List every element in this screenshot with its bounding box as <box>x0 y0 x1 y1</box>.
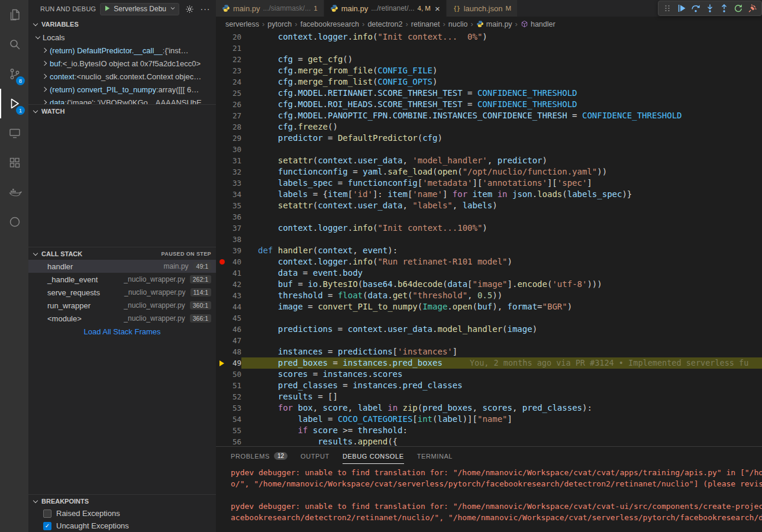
line-number[interactable]: 53 <box>228 402 241 414</box>
breadcrumb-item[interactable]: pytorch <box>267 20 292 28</box>
line-number[interactable]: 30 <box>228 144 241 155</box>
step-over-button[interactable] <box>689 1 703 15</box>
step-out-button[interactable] <box>717 1 731 15</box>
breadcrumb-item[interactable]: detectron2 <box>367 20 402 28</box>
call-stack-frame[interactable]: handlermain.py49:1 <box>28 260 216 273</box>
line-number[interactable]: 36 <box>228 211 241 223</box>
load-all-stack-frames-link[interactable]: Load All Stack Frames <box>28 325 216 338</box>
variable-row[interactable]: context: <nuclio_sdk.context.Context obj… <box>28 70 216 83</box>
code-line[interactable]: 29 predictor = DefaultPredictor(cfg) <box>216 133 762 144</box>
panel-tab-problems[interactable]: PROBLEMS12 <box>231 447 288 464</box>
code-line[interactable]: 43 threshold = float(data.get("threshold… <box>216 290 762 301</box>
code-line[interactable]: 40 context.logger.info("Run retinanet-R1… <box>216 256 762 267</box>
editor-tab[interactable]: main.py.../retinanet/...4, M× <box>324 0 447 17</box>
variable-row[interactable]: (return) convert_PIL_to_numpy: array([[[… <box>28 83 216 96</box>
breakpoint-icon[interactable] <box>216 259 228 265</box>
line-number[interactable]: 35 <box>228 200 241 211</box>
code-line[interactable]: 37 context.logger.info("Init context...1… <box>216 223 762 234</box>
code-editor[interactable]: 20 context.logger.info("Init context... … <box>216 31 762 446</box>
line-number[interactable]: 56 <box>228 436 241 446</box>
code-line[interactable]: 38 <box>216 234 762 245</box>
line-number[interactable]: 21 <box>228 43 241 54</box>
code-line[interactable]: 20 context.logger.info("Init context... … <box>216 31 762 43</box>
call-stack-section-header[interactable]: CALL STACK PAUSED ON STEP <box>28 247 216 260</box>
line-number[interactable]: 37 <box>228 223 241 234</box>
code-line[interactable]: 46 predictions = context.user_data.model… <box>216 324 762 335</box>
code-line[interactable]: 39def handler(context, event): <box>216 245 762 256</box>
line-number[interactable]: 54 <box>228 414 241 425</box>
panel-tab-output[interactable]: OUTPUT <box>301 448 330 464</box>
breakpoint-checkbox[interactable]: ✓ <box>43 522 51 530</box>
call-stack-frame[interactable]: run_wrapper_nuclio_wrapper.py360:1 <box>28 299 216 312</box>
line-number[interactable]: 32 <box>228 166 241 178</box>
breakpoints-section-header[interactable]: BREAKPOINTS <box>28 494 216 507</box>
code-line[interactable]: 32 functionconfig = yaml.safe_load(open(… <box>216 166 762 178</box>
line-number[interactable]: 44 <box>228 301 241 312</box>
line-number[interactable]: 31 <box>228 155 241 166</box>
code-line[interactable]: 34 labels = {item['id']: item['name'] fo… <box>216 189 762 200</box>
launch-config-select[interactable]: Serverless Debu <box>100 3 179 15</box>
line-number[interactable]: 23 <box>228 65 241 76</box>
code-line[interactable]: 50 scores = instances.scores <box>216 369 762 380</box>
line-number[interactable]: 48 <box>228 346 241 357</box>
line-number[interactable]: 24 <box>228 76 241 88</box>
breakpoint-row[interactable]: ✓Uncaught Exceptions <box>28 520 216 532</box>
gear-icon[interactable] <box>183 3 195 15</box>
breadcrumb-item[interactable]: handler <box>521 20 556 28</box>
breadcrumb-item[interactable]: serverless <box>225 20 259 28</box>
line-number[interactable]: 45 <box>228 312 241 324</box>
drag-grip-handle[interactable] <box>660 1 674 15</box>
line-number[interactable]: 51 <box>228 380 241 391</box>
debug-current-line-arrow-icon[interactable] <box>216 360 228 366</box>
line-number[interactable]: 47 <box>228 335 241 346</box>
activity-item-explorer[interactable] <box>0 0 28 30</box>
activity-item-docker[interactable] <box>0 178 28 207</box>
debug-console-output[interactable]: pydev debugger: unable to find translati… <box>216 465 762 532</box>
code-line[interactable]: 55 if score >= threshold: <box>216 425 762 436</box>
continue-button[interactable] <box>674 1 689 15</box>
breadcrumb-item[interactable]: facebookresearch <box>301 20 359 28</box>
breadcrumb-item[interactable]: nuclio <box>448 20 468 28</box>
breakpoint-checkbox[interactable] <box>43 510 51 518</box>
code-line[interactable]: 22 cfg = get_cfg() <box>216 54 762 65</box>
line-number[interactable]: 29 <box>228 133 241 144</box>
line-number[interactable]: 22 <box>228 54 241 65</box>
variable-row[interactable]: data: {'image': 'iVBORw0KGo…AAAANSUhE… <box>28 96 216 104</box>
code-line[interactable]: 23 cfg.merge_from_file(CONFIG_FILE) <box>216 65 762 76</box>
line-number[interactable]: 43 <box>228 290 241 301</box>
code-line[interactable]: 54 label = COCO_CATEGORIES[int(label)]["… <box>216 414 762 425</box>
editor-tab[interactable]: main.py.../siammask/...1 <box>216 0 324 17</box>
code-line[interactable]: 49 pred_boxes = instances.pred_boxesYou,… <box>216 357 762 369</box>
panel-tab-debug-console[interactable]: DEBUG CONSOLE <box>343 448 404 464</box>
code-line[interactable]: 47 <box>216 335 762 346</box>
restart-button[interactable] <box>731 1 745 15</box>
close-icon[interactable]: × <box>435 4 440 13</box>
call-stack-frame[interactable]: _handle_event_nuclio_wrapper.py262:1 <box>28 273 216 286</box>
line-number[interactable]: 42 <box>228 279 241 290</box>
variable-row[interactable]: buf: <_io.BytesIO object at 0x7f5a2dc1ec… <box>28 57 216 70</box>
code-line[interactable]: 52 results = [] <box>216 391 762 402</box>
call-stack-frame[interactable]: <module>_nuclio_wrapper.py366:1 <box>28 312 216 325</box>
code-line[interactable]: 35 setattr(context.user_data, "labels", … <box>216 200 762 211</box>
line-number[interactable]: 28 <box>228 121 241 133</box>
code-line[interactable]: 31 setattr(context.user_data, 'model_han… <box>216 155 762 166</box>
line-number[interactable]: 40 <box>228 256 241 267</box>
activity-item-run-and-debug[interactable]: 1 <box>0 89 28 118</box>
line-number[interactable]: 33 <box>228 178 241 189</box>
code-line[interactable]: 45 <box>216 312 762 324</box>
line-number[interactable]: 46 <box>228 324 241 335</box>
panel-tab-terminal[interactable]: TERMINAL <box>417 448 453 464</box>
line-number[interactable]: 41 <box>228 267 241 279</box>
code-line[interactable]: 27 cfg.MODEL.PANOPTIC_FPN.COMBINE.INSTAN… <box>216 110 762 121</box>
breadcrumb-item[interactable]: retinanet <box>411 20 440 28</box>
activity-item-search[interactable] <box>0 30 28 59</box>
code-line[interactable]: 56 results.append({ <box>216 436 762 446</box>
editor-tab[interactable]: {}launch.jsonM <box>447 0 518 17</box>
code-line[interactable]: 30 <box>216 144 762 155</box>
disconnect-button[interactable] <box>745 1 760 15</box>
activity-item-source-control[interactable]: 8 <box>0 59 28 89</box>
watch-section-header[interactable]: WATCH <box>28 104 216 117</box>
activity-item-extensions[interactable] <box>0 148 28 178</box>
code-line[interactable]: 44 image = convert_PIL_to_numpy(Image.op… <box>216 301 762 312</box>
step-into-button[interactable] <box>703 1 717 15</box>
